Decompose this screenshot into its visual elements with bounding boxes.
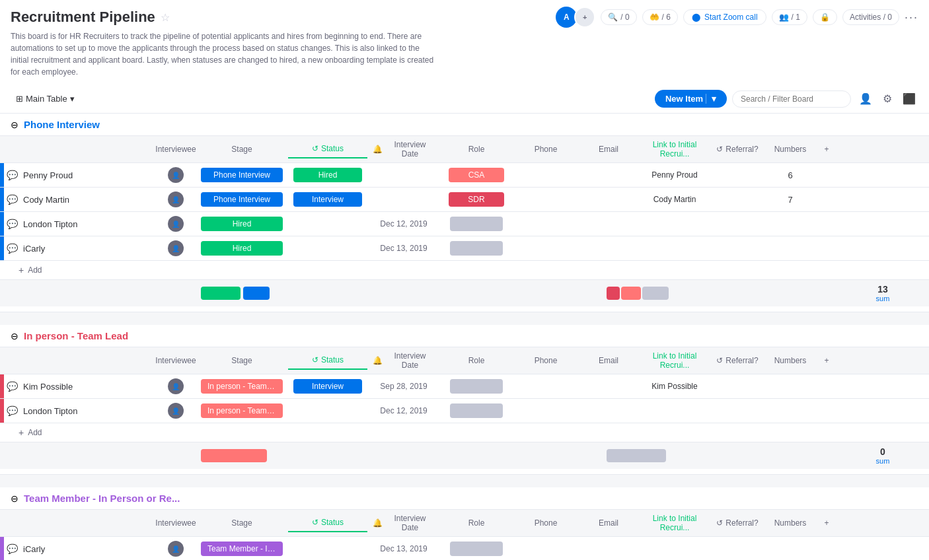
group-label-team-member[interactable]: Team Member - In Person or Re... [24,493,180,504]
col-header-add[interactable]: + [817,141,836,158]
table-row: 💬 London Tipton 👤 Hired Dec 12, 2019 [0,212,929,236]
table-row: 💬 Kim Possible 👤 In person - Team Lead I… [0,374,929,399]
cell-interviewee-kim: 👤 [156,374,196,398]
row-name: iCarly [23,544,45,554]
row-name: London Tipton [23,406,77,416]
cell-stage-icarly2[interactable]: Team Member - In Pe... [196,538,288,560]
cell-add-icarly2 [817,545,836,553]
settings-icon[interactable]: ⚙ [880,90,895,108]
summary-sum-label[interactable]: sum [856,457,909,465]
col-header-phone3: Phone [513,514,579,532]
cell-link-cody[interactable]: Cody Martin [638,191,711,208]
chat-icon[interactable]: 💬 [7,219,18,229]
stage-badge[interactable]: Hired [201,217,283,231]
group-toggle-in-person[interactable]: ⊖ [11,331,19,341]
group-label-phone-interview[interactable]: Phone Interview [24,119,100,130]
cell-role-penny[interactable]: CSA [440,164,513,186]
summary-role-bar-pink [607,287,620,300]
cell-numbers-london1 [764,220,817,228]
collab-count-pill[interactable]: 🤲 / 6 [642,9,678,25]
chat-icon[interactable]: 💬 [7,405,18,416]
add-row-in-person[interactable]: + Add [0,423,929,442]
chat-icon[interactable]: 💬 [7,194,18,205]
status-badge[interactable]: Hired [293,168,362,182]
avatar-extra[interactable]: + [574,7,595,28]
cell-link-icarly2 [638,545,711,553]
chat-icon[interactable]: 💬 [7,381,18,392]
cell-stage-icarly1[interactable]: Hired [196,237,288,260]
stage-badge[interactable]: Phone Interview [201,192,283,207]
cell-link-kim[interactable]: Kim Possible [638,378,711,395]
group-label-in-person[interactable]: In person - Team Lead [24,330,128,341]
cell-stage-kim[interactable]: In person - Team Lead [196,375,288,398]
cell-name-icarly1: 💬 iCarly [4,239,156,258]
main-table-button[interactable]: ⊞ Main Table ▾ [11,91,80,106]
interviewee-avatar: 👤 [168,378,184,394]
cell-interviewee-penny: 👤 [156,163,196,187]
cell-link-london1 [638,220,711,228]
col-header-stage: Stage [196,141,288,158]
col-header-role2: Role [440,352,513,369]
star-icon[interactable]: ☆ [161,11,170,24]
col-header-status2: ↺ Status [288,351,367,370]
col-header-name [4,145,156,153]
cell-stage-london2[interactable]: In person - Team Lead [196,400,288,422]
chat-icon[interactable]: 💬 [7,543,18,554]
group-in-person-team-lead: ⊖ In person - Team Lead Interviewee Stag… [0,325,929,469]
role-badge[interactable]: SDR [449,192,505,207]
cell-stage-penny[interactable]: Phone Interview [196,164,288,186]
chat-icon[interactable]: 💬 [7,243,18,254]
col-header-phone: Phone [513,141,579,158]
stage-badge[interactable]: In person - Team Lead [201,403,283,418]
cell-link-penny[interactable]: Penny Proud [638,166,711,184]
toolbar: ⊞ Main Table ▾ New Item ▾ 👤 ⚙ ⬛ [0,85,929,114]
cell-stage-london1[interactable]: Hired [196,213,288,235]
stage-badge[interactable]: Hired [201,241,283,256]
cell-status-cody[interactable]: Interview [288,188,367,211]
stage-badge[interactable]: Phone Interview [201,168,283,182]
table-icon: ⊞ [16,94,23,104]
cell-email-london1 [579,220,638,228]
cell-numbers-cody: 7 [764,191,817,209]
chat-icon[interactable]: 💬 [7,170,18,180]
cell-status-penny[interactable]: Hired [288,164,367,186]
cell-add-penny [817,171,836,179]
summary-sum-label[interactable]: sum [856,295,909,302]
stage-badge[interactable]: In person - Team Lead [201,379,283,394]
cell-name-icarly2: 💬 iCarly [4,540,156,558]
add-row-phone-interview[interactable]: + Add [0,261,929,279]
interviewee-avatar: 👤 [168,216,184,232]
group-toggle-phone-interview[interactable]: ⊖ [11,120,19,130]
cell-interviewee-icarly2: 👤 [156,537,196,560]
cell-name-penny: 💬 Penny Proud [4,166,156,184]
role-badge[interactable]: CSA [449,168,505,182]
cell-stage-cody[interactable]: Phone Interview [196,188,288,211]
col-header-add3[interactable]: + [817,514,836,532]
activities-pill[interactable]: Activities / 0 [842,9,899,25]
top-bar: Recruitment Pipeline ☆ A + 🔍 / 0 🤲 / 6 ⬤… [0,0,929,28]
summary-numbers-phone: 13 sum [856,284,909,302]
cell-numbers-icarly2 [764,545,817,553]
search-count-pill[interactable]: 🔍 / 0 [601,9,636,25]
group-toggle-team-member[interactable]: ⊖ [11,493,19,504]
new-item-button[interactable]: New Item ▾ [655,90,727,108]
members-pill[interactable]: 👥 / 1 [772,9,807,25]
search-input[interactable] [732,90,851,108]
cell-role-cody[interactable]: SDR [440,188,513,211]
cell-name-kim: 💬 Kim Possible [4,377,156,396]
cell-referral-london2 [711,407,764,415]
status-badge[interactable]: Interview [293,192,362,207]
zoom-pill[interactable]: ⬤ Start Zoom call [683,9,766,25]
stage-badge[interactable]: Team Member - In Pe... [201,542,283,556]
col-header-phone2: Phone [513,352,579,369]
cell-status-kim[interactable]: Interview [288,375,367,398]
col-header-add2[interactable]: + [817,352,836,369]
lock-pill[interactable]: 🔒 [813,9,837,25]
referral-sync-icon: ↺ [716,145,723,154]
filter-icon[interactable]: ⬛ [900,90,918,108]
status-badge[interactable]: Interview [293,379,362,394]
summary-numbers-in-person: 0 sum [856,446,909,465]
cell-status-icarly1 [288,244,367,252]
more-options-button[interactable]: ··· [905,11,918,24]
person-filter-icon[interactable]: 👤 [856,90,875,108]
